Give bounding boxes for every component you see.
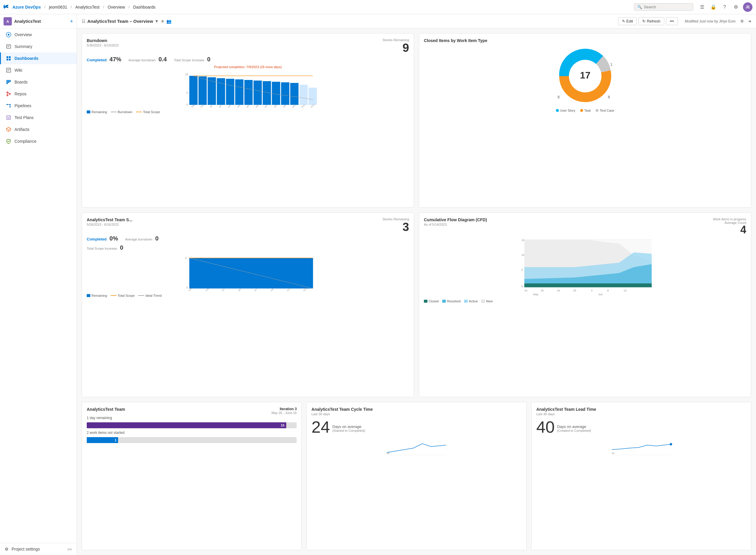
project-crumb[interactable]: jeom0631	[49, 5, 67, 9]
svg-rect-45	[309, 88, 317, 105]
notifications-icon[interactable]: ☰	[698, 3, 706, 11]
lock-icon[interactable]: 🔒	[709, 3, 717, 11]
iteration-title: AnalyticsTest Team	[87, 407, 125, 412]
progress-bar-1: 15	[87, 422, 286, 428]
expand-icon[interactable]: ➔	[748, 19, 751, 24]
topbar: Azure DevOps / jeom0631 / AnalyticsTest …	[0, 0, 756, 14]
svg-text:19: 19	[541, 289, 544, 292]
user-settings-icon[interactable]: ⚙	[732, 3, 740, 11]
refresh-button[interactable]: ↻ Refresh	[639, 17, 664, 25]
cycle-time-value: 24	[312, 419, 330, 435]
sidebar-item-boards[interactable]: Boards	[0, 76, 77, 88]
iteration-date-range: May 26 - June 16	[272, 411, 297, 415]
sprint-completed-pct: 0%	[109, 235, 118, 242]
sidebar-item-repos[interactable]: Repos	[0, 88, 77, 100]
sprint-chart: 2 0 5/26 5/30 6/	[87, 254, 409, 292]
more-actions-button[interactable]: •••	[666, 17, 678, 25]
logo-area[interactable]: Azure DevOps	[4, 4, 41, 11]
svg-rect-6	[9, 56, 11, 58]
summary-icon	[6, 44, 11, 49]
current-crumb[interactable]: Dashboards	[133, 5, 156, 9]
dashboard-title-area: ☷ AnalyticsTest Team – Overview ▼ ★ 👥	[82, 18, 616, 24]
lead-time-value: 40	[536, 419, 555, 435]
sidebar-item-wiki-label: Wiki	[14, 68, 22, 73]
compliance-icon	[6, 138, 11, 144]
sidebar-item-overview[interactable]: Overview	[0, 29, 77, 41]
svg-text:6/5: 6/5	[238, 288, 241, 292]
search-input[interactable]	[644, 5, 690, 9]
sprint-title: AnalyticsTest Team S...	[87, 217, 132, 222]
sidebar-item-compliance-label: Compliance	[14, 139, 36, 144]
sidebar-item-overview-label: Overview	[14, 32, 32, 37]
lead-time-title: AnalyticsTest Team Lead Time	[536, 407, 746, 412]
svg-rect-12	[6, 80, 8, 84]
lead-time-subtitle: Last 30 days	[536, 412, 746, 416]
svg-rect-5	[6, 56, 8, 58]
svg-rect-13	[8, 80, 9, 83]
sidebar-item-artifacts[interactable]: Artifacts	[0, 124, 77, 135]
add-project-button[interactable]: +	[70, 18, 73, 25]
sidebar-item-compliance[interactable]: Compliance	[0, 135, 77, 147]
svg-rect-42	[281, 82, 289, 105]
svg-text:6/1: 6/1	[209, 104, 213, 108]
svg-text:10: 10	[185, 73, 188, 76]
svg-text:24: 24	[557, 289, 560, 292]
sidebar-item-summary[interactable]: Summary	[0, 41, 77, 52]
search-box[interactable]: 🔍	[634, 3, 693, 11]
svg-rect-32	[189, 76, 198, 105]
collapse-button[interactable]: ««	[67, 547, 72, 551]
svg-point-15	[7, 92, 8, 93]
project-settings-item[interactable]: ⚙ Project settings ««	[0, 543, 77, 555]
svg-text:17: 17	[580, 70, 590, 81]
help-icon[interactable]: ?	[720, 3, 729, 11]
cfd-widget: Cumulative Flow Diagram (CFD) As of 5/14…	[419, 212, 751, 397]
svg-text:8: 8	[607, 289, 609, 292]
favorite-star-icon[interactable]: ★	[160, 18, 164, 24]
burndown-title: Burndown	[87, 38, 119, 43]
svg-text:6/9: 6/9	[283, 104, 286, 108]
svg-rect-38	[244, 80, 253, 105]
svg-point-16	[7, 95, 8, 96]
edit-button[interactable]: ✎ Edit	[618, 17, 637, 25]
cfd-legend: Closed Resolved Active New	[424, 299, 746, 303]
progress-bar-1-container: 15	[87, 422, 297, 428]
sidebar-header: A AnalyticsTest +	[0, 14, 77, 29]
bottom-row: AnalyticsTest Team Iteration 3 May 26 - …	[82, 402, 751, 550]
sidebar-item-dashboards[interactable]: Dashboards	[0, 52, 77, 64]
section-crumb[interactable]: Overview	[108, 5, 125, 9]
refresh-icon: ↻	[642, 19, 646, 24]
dashboard-dropdown-chevron[interactable]: ▼	[155, 19, 159, 24]
cycle-time-chart: 60	[312, 438, 521, 456]
lead-time-days-label: Days on average	[557, 424, 591, 429]
org-name[interactable]: Azure DevOps	[12, 5, 41, 9]
wiki-icon	[6, 67, 11, 73]
sidebar-item-repos-label: Repos	[14, 91, 26, 96]
lead-time-widget: AnalyticsTest Team Lead Time Last 30 day…	[531, 402, 751, 550]
project-name-crumb[interactable]: AnalyticsTest	[75, 5, 99, 9]
cycle-time-widget: AnalyticsTest Team Cycle Time Last 30 da…	[306, 402, 526, 550]
svg-point-20	[6, 104, 8, 105]
sidebar-item-pipelines[interactable]: Pipelines	[0, 100, 77, 112]
svg-text:3: 3	[591, 289, 593, 292]
svg-rect-2	[6, 45, 11, 48]
svg-text:6/3: 6/3	[228, 104, 231, 108]
sidebar-item-test-plans[interactable]: Test Plans	[0, 112, 77, 124]
svg-line-19	[8, 93, 9, 94]
sprint-remaining-value: 3	[382, 221, 409, 233]
cfd-subtitle: As of 5/14/2023	[424, 223, 487, 226]
svg-text:8: 8	[557, 95, 560, 99]
dashboard-actions: ✎ Edit ↻ Refresh •••	[618, 17, 678, 25]
cfd-title: Cumulative Flow Diagram (CFD)	[424, 217, 487, 222]
total-scope-value: 0	[207, 56, 210, 62]
sprint-date-range: 5/26/2023 - 6/16/2023	[87, 223, 132, 226]
progress-bar-2: 1	[87, 437, 118, 443]
sidebar-item-test-plans-label: Test Plans	[14, 115, 34, 120]
closed-items-title: Closed Items by Work Item Type	[424, 38, 746, 43]
cycle-time-title: AnalyticsTest Team Cycle Time	[312, 407, 521, 412]
dashboard-settings-icon[interactable]: ⚙	[740, 19, 744, 24]
avatar[interactable]: JE	[743, 2, 752, 12]
team-icon[interactable]: 👥	[167, 19, 172, 24]
sidebar-item-wiki[interactable]: Wiki	[0, 64, 77, 76]
svg-text:10: 10	[522, 254, 524, 256]
sidebar-nav: Overview Summary Dashboards Wiki	[0, 29, 77, 543]
